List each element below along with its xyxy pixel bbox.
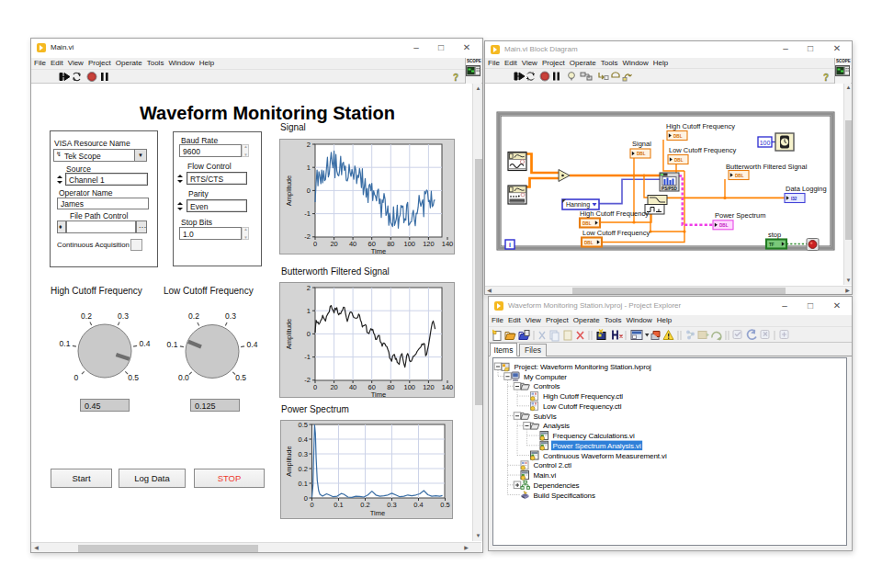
- svg-text:Controls: Controls: [534, 382, 560, 390]
- svg-text:0.2: 0.2: [299, 465, 308, 473]
- svg-text:-2: -2: [304, 376, 311, 384]
- svg-text:0: 0: [310, 501, 313, 509]
- svg-text:0.1: 0.1: [299, 480, 308, 488]
- svg-text:DBL: DBL: [584, 241, 594, 245]
- svg-text:0.0: 0.0: [178, 373, 189, 382]
- svg-text:0: 0: [313, 240, 317, 248]
- svg-text:0.3: 0.3: [299, 450, 308, 458]
- svg-text:0.2: 0.2: [188, 311, 199, 321]
- svg-text:DBL: DBL: [735, 174, 744, 178]
- svg-text:20: 20: [330, 240, 337, 248]
- svg-text:40: 40: [349, 383, 356, 391]
- svg-text:Time: Time: [371, 390, 386, 398]
- svg-text:Analysis: Analysis: [543, 422, 570, 430]
- svg-text:0.3: 0.3: [387, 501, 396, 509]
- svg-text:I32: I32: [791, 197, 797, 201]
- svg-text:-2: -2: [304, 232, 311, 241]
- svg-text:0.2: 0.2: [360, 501, 369, 509]
- svg-text:Build Specifications: Build Specifications: [534, 492, 595, 500]
- svg-text:0.5: 0.5: [128, 373, 139, 382]
- svg-text:0.5: 0.5: [235, 373, 246, 382]
- svg-text:0.3: 0.3: [118, 311, 129, 321]
- svg-text:0: 0: [313, 383, 317, 391]
- svg-text:Low Cutoff Frequency: Low Cutoff Frequency: [582, 229, 650, 237]
- svg-text:0: 0: [307, 187, 311, 195]
- svg-text:DBL: DBL: [637, 152, 646, 156]
- svg-text:DBL: DBL: [719, 223, 729, 228]
- svg-text:0.5: 0.5: [440, 501, 449, 509]
- svg-text:Project: Waveform Monitoring S: Project: Waveform Monitoring Station.lvp…: [514, 363, 652, 371]
- svg-text:High Cutoff Frequency.ctl: High Cutoff Frequency.ctl: [543, 392, 623, 401]
- svg-text:140: 140: [442, 383, 454, 391]
- svg-text:stop: stop: [768, 231, 781, 239]
- svg-text:20: 20: [330, 383, 337, 391]
- svg-text:0.1: 0.1: [60, 339, 71, 348]
- svg-text:0: 0: [74, 373, 79, 382]
- svg-text:i: i: [509, 242, 511, 248]
- svg-text:Amplitude: Amplitude: [285, 175, 293, 206]
- svg-text:1: 1: [307, 164, 311, 172]
- svg-text:DBL: DBL: [674, 158, 684, 163]
- svg-text:100: 100: [760, 140, 771, 146]
- svg-text:Power Spectrum: Power Spectrum: [715, 211, 765, 220]
- svg-text:0.1: 0.1: [334, 501, 343, 509]
- svg-text:Frequency Calculations.vi: Frequency Calculations.vi: [553, 432, 635, 440]
- svg-text:My Computer: My Computer: [524, 373, 567, 381]
- svg-text:0.1: 0.1: [167, 340, 178, 349]
- svg-text:Amplitude: Amplitude: [285, 319, 293, 349]
- svg-text:SubVIs: SubVIs: [534, 413, 557, 421]
- svg-text:High Cutoff Frequency: High Cutoff Frequency: [666, 122, 735, 130]
- svg-text:Hanning: Hanning: [566, 201, 590, 209]
- svg-text:0.4: 0.4: [299, 435, 308, 444]
- svg-text:DBL: DBL: [673, 134, 683, 139]
- svg-text:120: 120: [423, 383, 435, 391]
- svg-text:PS/PSD: PS/PSD: [662, 187, 678, 191]
- svg-text:100: 100: [404, 383, 416, 391]
- svg-text:0.2: 0.2: [81, 311, 92, 321]
- svg-text:Time: Time: [371, 247, 386, 254]
- svg-text:Data Logging: Data Logging: [786, 185, 827, 193]
- svg-text:Signal: Signal: [632, 140, 651, 148]
- svg-text:40: 40: [349, 240, 356, 248]
- svg-text:Time: Time: [370, 509, 385, 517]
- svg-text:0.3: 0.3: [225, 311, 236, 321]
- svg-text:Continuous Waveform Measuremen: Continuous Waveform Measurement.vi: [543, 452, 667, 460]
- svg-text:0.5: 0.5: [299, 421, 308, 429]
- svg-text:Power Spectrum Analysis.vi: Power Spectrum Analysis.vi: [553, 442, 641, 450]
- svg-text:DBL: DBL: [582, 221, 592, 226]
- svg-text:0.4: 0.4: [413, 501, 423, 509]
- svg-text:2: 2: [307, 284, 311, 292]
- svg-text:0.4: 0.4: [140, 339, 151, 348]
- svg-text:Amplitude: Amplitude: [285, 446, 293, 476]
- svg-text:80: 80: [387, 383, 394, 391]
- svg-text:0: 0: [307, 330, 311, 338]
- svg-text:Butterworth Filtered Signal: Butterworth Filtered Signal: [726, 163, 808, 171]
- svg-text:2: 2: [307, 141, 311, 149]
- svg-text:Main.vi: Main.vi: [534, 471, 557, 480]
- svg-text:0.4: 0.4: [247, 340, 258, 349]
- svg-text:-1: -1: [304, 353, 311, 361]
- svg-text:Low Cutoff Frequency: Low Cutoff Frequency: [669, 146, 736, 154]
- svg-text:100: 100: [404, 240, 416, 248]
- svg-text:140: 140: [442, 240, 454, 248]
- svg-text:High Cutoff Frequency: High Cutoff Frequency: [580, 209, 649, 218]
- svg-text:Control 2.ctl: Control 2.ctl: [534, 461, 572, 469]
- svg-text:?: ?: [823, 73, 829, 83]
- svg-text:?: ?: [453, 73, 458, 83]
- svg-text:80: 80: [387, 240, 394, 248]
- svg-text:Dependencies: Dependencies: [534, 481, 580, 490]
- svg-text:0: 0: [304, 494, 308, 503]
- svg-text:1: 1: [307, 307, 311, 315]
- svg-text:TF: TF: [769, 243, 775, 247]
- svg-text:Low Cutoff Frequency.ctl: Low Cutoff Frequency.ctl: [543, 402, 622, 411]
- svg-text:120: 120: [423, 240, 435, 248]
- svg-text:-1: -1: [304, 209, 311, 218]
